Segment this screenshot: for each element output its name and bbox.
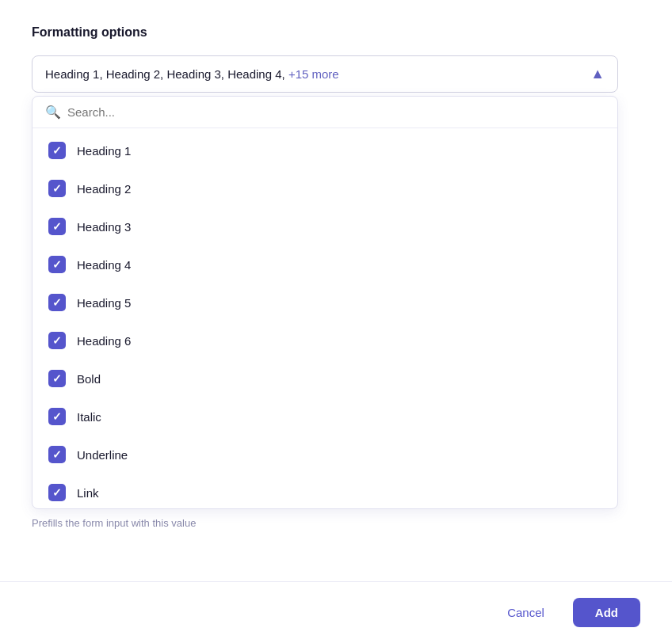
checkbox-icon: ✓ [48, 332, 66, 349]
checkbox-icon: ✓ [48, 256, 66, 273]
list-item[interactable]: ✓Heading 1 [32, 131, 617, 169]
cancel-button[interactable]: Cancel [491, 598, 560, 627]
option-label: Heading 3 [77, 220, 131, 234]
list-item[interactable]: ✓Heading 6 [32, 322, 617, 360]
add-button[interactable]: Add [573, 598, 640, 627]
footer-row: Cancel Add [0, 581, 672, 643]
section-title: Formatting options [32, 25, 640, 40]
option-label: Italic [77, 410, 101, 424]
option-label: Heading 1 [77, 144, 131, 158]
checkbox-icon: ✓ [48, 180, 66, 197]
list-item[interactable]: ✓Heading 3 [32, 207, 617, 245]
hint-text: Prefills the form input with this value [32, 517, 640, 529]
options-list: ✓Heading 1✓Heading 2✓Heading 3✓Heading 4… [32, 128, 617, 508]
dropdown-trigger[interactable]: Heading 1, Heading 2, Heading 3, Heading… [32, 55, 618, 93]
list-item[interactable]: ✓Italic [32, 398, 617, 436]
checkbox-icon: ✓ [48, 446, 66, 463]
checkbox-icon: ✓ [48, 370, 66, 387]
option-label: Link [77, 486, 99, 500]
search-icon: 🔍 [45, 105, 61, 120]
option-label: Heading 4 [77, 258, 131, 272]
modal-container: Formatting options Heading 1, Heading 2,… [0, 0, 672, 643]
checkbox-icon: ✓ [48, 142, 66, 159]
chevron-up-icon: ▲ [590, 66, 605, 82]
dropdown-panel: 🔍 ✓Heading 1✓Heading 2✓Heading 3✓Heading… [32, 96, 618, 509]
option-label: Underline [77, 448, 128, 462]
checkbox-icon: ✓ [48, 218, 66, 235]
option-label: Heading 2 [77, 182, 131, 196]
search-input[interactable] [67, 105, 605, 119]
dropdown-trigger-text: Heading 1, Heading 2, Heading 3, Heading… [45, 67, 584, 81]
checkbox-icon: ✓ [48, 484, 66, 501]
checkbox-icon: ✓ [48, 294, 66, 311]
list-item[interactable]: ✓Heading 2 [32, 169, 617, 207]
list-item[interactable]: ✓Bold [32, 360, 617, 398]
list-item[interactable]: ✓Underline [32, 436, 617, 474]
list-item[interactable]: ✓Heading 5 [32, 283, 617, 322]
option-label: Bold [77, 372, 101, 386]
search-row: 🔍 [32, 97, 617, 128]
option-label: Heading 6 [77, 334, 131, 348]
selected-items-text: Heading 1, Heading 2, Heading 3, Heading… [45, 67, 285, 81]
more-badge: +15 more [288, 67, 339, 81]
checkbox-icon: ✓ [48, 408, 66, 425]
list-item[interactable]: ✓Link [32, 474, 617, 508]
list-item[interactable]: ✓Heading 4 [32, 245, 617, 283]
option-label: Heading 5 [77, 296, 131, 310]
